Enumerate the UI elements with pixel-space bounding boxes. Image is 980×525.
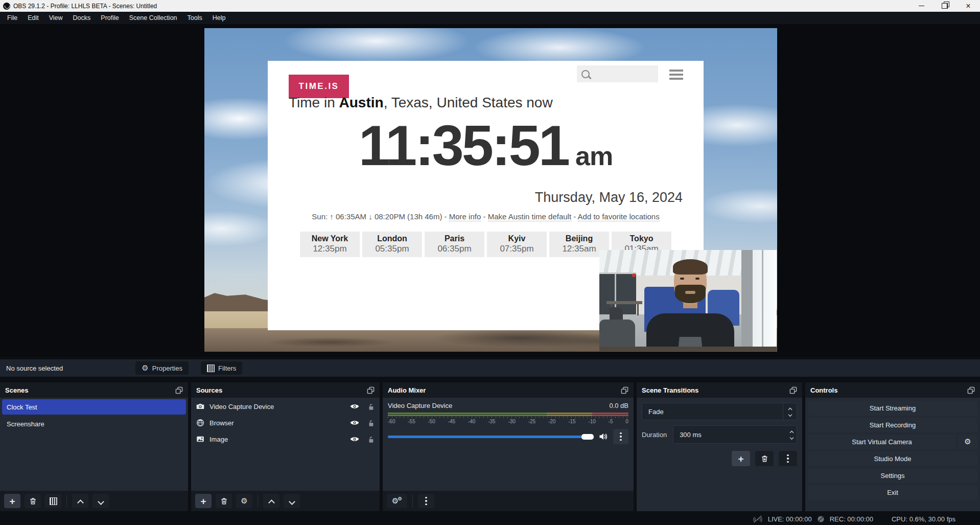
filter-icon [207, 364, 215, 372]
scene-filters-button[interactable] [45, 494, 61, 508]
duration-spinbox[interactable]: 300 ms [673, 425, 797, 444]
scene-item-screenshare[interactable]: Screenshare [2, 416, 186, 431]
menu-item-docks[interactable]: Docks [68, 12, 96, 24]
preview-canvas[interactable]: TIME.IS Time in Austin, Texas, United St… [204, 28, 777, 352]
visibility-icon[interactable] [350, 436, 359, 443]
panel-controls: Controls Start Streaming Start Recording… [805, 382, 980, 511]
speaker-icon[interactable] [599, 432, 608, 441]
panel-scenes: Scenes Clock Test Screenshare + [0, 382, 188, 511]
link-more-info: More info [449, 212, 481, 221]
virtual-camera-settings-button[interactable]: ⚙ [958, 435, 977, 449]
lock-icon[interactable] [367, 403, 375, 410]
start-recording-button[interactable]: Start Recording [808, 418, 977, 432]
city-time: 06:35pm [425, 244, 484, 254]
status-no-source: No source selected [6, 364, 63, 372]
menu-item-edit[interactable]: Edit [22, 12, 44, 24]
popout-icon[interactable] [967, 386, 975, 394]
move-scene-down-button[interactable] [92, 494, 109, 508]
restore-icon [942, 3, 948, 9]
sun-info-line: Sun: ↑ 06:35AM ↓ 08:20PM (13h 46m) - Mor… [268, 212, 704, 221]
panel-sources: Sources Video Capture Device Browser [191, 382, 380, 511]
meter-tickmarks [388, 417, 628, 418]
city-name: London [362, 234, 422, 243]
popout-icon[interactable] [621, 386, 628, 394]
audio-mixer-title: Audio Mixer [388, 386, 426, 394]
trash-icon [761, 455, 768, 463]
search-input [577, 65, 658, 82]
remove-source-button[interactable] [216, 494, 232, 508]
source-row-video-capture[interactable]: Video Capture Device [191, 399, 380, 414]
spin-down-icon[interactable] [790, 436, 794, 439]
link-make-default: Make Austin time default [488, 212, 571, 221]
restore-button[interactable] [933, 0, 956, 12]
move-scene-up-button[interactable] [72, 494, 88, 508]
city-name: Paris [425, 234, 484, 243]
visibility-icon[interactable] [350, 403, 359, 410]
add-transition-button[interactable]: + [732, 451, 750, 466]
studio-mode-button[interactable]: Studio Mode [808, 451, 977, 466]
heading-city: Austin [339, 95, 384, 110]
lock-icon[interactable] [367, 436, 375, 443]
menu-item-view[interactable]: View [44, 12, 68, 24]
window-titlebar: OBS 29.1.2 - Profile: LLHLS BETA - Scene… [0, 0, 980, 12]
window-controls: × [909, 0, 980, 12]
webcam-overlay[interactable] [599, 250, 777, 351]
menu-item-help[interactable]: Help [207, 12, 231, 24]
panel-scene-transitions: Scene Transitions Fade Duration 300 ms [637, 382, 802, 511]
volume-slider-handle[interactable] [581, 434, 594, 440]
window-title: OBS 29.1.2 - Profile: LLHLS BETA - Scene… [13, 3, 157, 10]
start-virtual-camera-button[interactable]: Start Virtual Camera [808, 435, 956, 449]
audio-kebab-button[interactable] [418, 494, 434, 508]
sources-toolbar: + ⚙ [191, 491, 380, 511]
start-streaming-button[interactable]: Start Streaming [808, 401, 977, 416]
chevron-down-icon [289, 498, 295, 504]
exit-button[interactable]: Exit [808, 485, 977, 500]
transition-select[interactable]: Fade [642, 403, 797, 420]
obs-window: OBS 29.1.2 - Profile: LLHLS BETA - Scene… [0, 0, 980, 525]
popout-icon[interactable] [175, 386, 183, 394]
person-eye [695, 278, 699, 280]
remove-scene-button[interactable] [25, 494, 41, 508]
chevron-up-icon [788, 407, 792, 410]
minimize-button[interactable] [909, 0, 933, 12]
menu-item-scene-collection[interactable]: Scene Collection [124, 12, 182, 24]
source-properties-button[interactable]: ⚙ [236, 494, 252, 508]
popout-icon[interactable] [367, 386, 375, 394]
scenes-toolbar: + [0, 491, 188, 511]
spin-up-icon[interactable] [790, 430, 794, 433]
plus-icon: + [738, 454, 743, 464]
add-source-button[interactable]: + [195, 494, 212, 508]
scene-item-clock-test[interactable]: Clock Test [2, 399, 186, 415]
duration-label: Duration [642, 431, 667, 439]
visibility-icon[interactable] [350, 419, 359, 426]
webcam-table [606, 301, 642, 304]
city-name: New York [300, 234, 360, 243]
search-icon [581, 70, 590, 78]
settings-button[interactable]: Settings [808, 468, 977, 483]
filters-button[interactable]: Filters [201, 361, 242, 375]
city-card: New York 12:35pm [300, 232, 360, 257]
close-button[interactable]: × [956, 0, 980, 12]
add-scene-button[interactable]: + [4, 494, 20, 508]
volume-slider[interactable] [388, 436, 594, 438]
transitions-body: Fade Duration 300 ms [637, 398, 802, 511]
source-row-browser[interactable]: Browser [191, 415, 380, 430]
properties-button[interactable]: ⚙ Properties [135, 361, 189, 375]
mixer-kebab-button[interactable] [613, 429, 628, 444]
kebab-icon [787, 454, 789, 463]
menu-item-tools[interactable]: Tools [182, 12, 207, 24]
transition-kebab-button[interactable] [779, 451, 797, 466]
lock-icon[interactable] [367, 419, 375, 427]
transitions-header: Scene Transitions [637, 382, 802, 398]
remove-transition-button[interactable] [755, 451, 774, 466]
source-row-image[interactable]: Image [191, 431, 380, 447]
audio-mixer-body: Video Capture Device 0.0 dB -60-55-50-45… [383, 398, 634, 491]
popout-icon[interactable] [789, 386, 797, 394]
menu-item-profile[interactable]: Profile [96, 12, 124, 24]
rec-status: REC: 00:00:00 [830, 515, 873, 523]
move-source-up-button[interactable] [263, 494, 279, 508]
move-source-down-button[interactable] [284, 494, 300, 508]
menu-item-file[interactable]: File [2, 12, 22, 24]
advanced-audio-button[interactable]: ⚙⚙ [387, 494, 407, 508]
divider [258, 495, 258, 507]
